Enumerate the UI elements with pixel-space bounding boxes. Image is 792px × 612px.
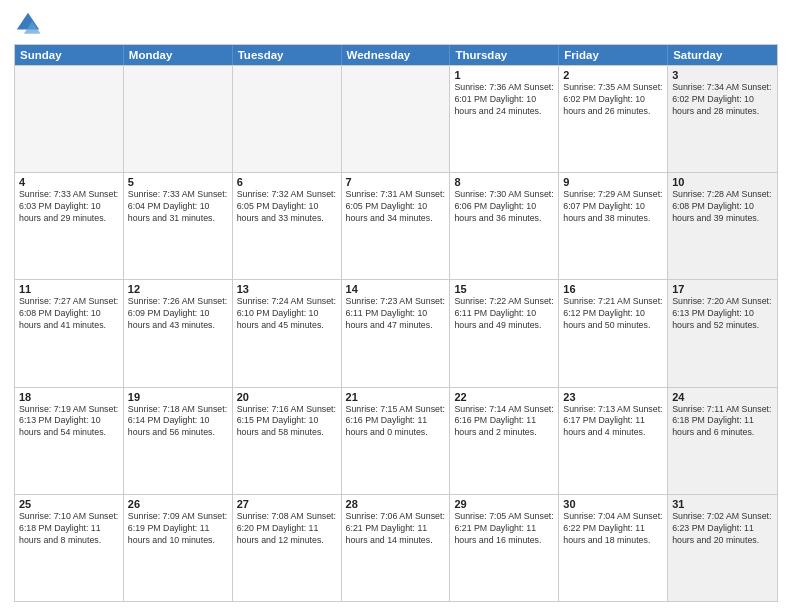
calendar: SundayMondayTuesdayWednesdayThursdayFrid… bbox=[14, 44, 778, 602]
col-header-friday: Friday bbox=[559, 45, 668, 65]
day-info: Sunrise: 7:08 AM Sunset: 6:20 PM Dayligh… bbox=[237, 511, 337, 547]
day-number: 3 bbox=[672, 69, 773, 81]
logo-icon bbox=[14, 10, 42, 38]
day-number: 21 bbox=[346, 391, 446, 403]
day-info: Sunrise: 7:22 AM Sunset: 6:11 PM Dayligh… bbox=[454, 296, 554, 332]
day-info: Sunrise: 7:24 AM Sunset: 6:10 PM Dayligh… bbox=[237, 296, 337, 332]
day-cell-31: 31Sunrise: 7:02 AM Sunset: 6:23 PM Dayli… bbox=[668, 495, 777, 601]
day-number: 2 bbox=[563, 69, 663, 81]
col-header-sunday: Sunday bbox=[15, 45, 124, 65]
day-number: 26 bbox=[128, 498, 228, 510]
day-info: Sunrise: 7:06 AM Sunset: 6:21 PM Dayligh… bbox=[346, 511, 446, 547]
col-header-tuesday: Tuesday bbox=[233, 45, 342, 65]
day-cell-20: 20Sunrise: 7:16 AM Sunset: 6:15 PM Dayli… bbox=[233, 388, 342, 494]
day-cell-13: 13Sunrise: 7:24 AM Sunset: 6:10 PM Dayli… bbox=[233, 280, 342, 386]
day-cell-21: 21Sunrise: 7:15 AM Sunset: 6:16 PM Dayli… bbox=[342, 388, 451, 494]
day-number: 31 bbox=[672, 498, 773, 510]
day-cell-27: 27Sunrise: 7:08 AM Sunset: 6:20 PM Dayli… bbox=[233, 495, 342, 601]
day-number: 5 bbox=[128, 176, 228, 188]
day-info: Sunrise: 7:36 AM Sunset: 6:01 PM Dayligh… bbox=[454, 82, 554, 118]
day-number: 4 bbox=[19, 176, 119, 188]
day-cell-6: 6Sunrise: 7:32 AM Sunset: 6:05 PM Daylig… bbox=[233, 173, 342, 279]
day-number: 11 bbox=[19, 283, 119, 295]
day-number: 18 bbox=[19, 391, 119, 403]
day-cell-14: 14Sunrise: 7:23 AM Sunset: 6:11 PM Dayli… bbox=[342, 280, 451, 386]
day-number: 29 bbox=[454, 498, 554, 510]
day-cell-12: 12Sunrise: 7:26 AM Sunset: 6:09 PM Dayli… bbox=[124, 280, 233, 386]
day-number: 15 bbox=[454, 283, 554, 295]
day-cell-24: 24Sunrise: 7:11 AM Sunset: 6:18 PM Dayli… bbox=[668, 388, 777, 494]
day-cell-8: 8Sunrise: 7:30 AM Sunset: 6:06 PM Daylig… bbox=[450, 173, 559, 279]
page: SundayMondayTuesdayWednesdayThursdayFrid… bbox=[0, 0, 792, 612]
day-number: 10 bbox=[672, 176, 773, 188]
day-info: Sunrise: 7:19 AM Sunset: 6:13 PM Dayligh… bbox=[19, 404, 119, 440]
day-info: Sunrise: 7:33 AM Sunset: 6:03 PM Dayligh… bbox=[19, 189, 119, 225]
empty-cell bbox=[15, 66, 124, 172]
day-cell-16: 16Sunrise: 7:21 AM Sunset: 6:12 PM Dayli… bbox=[559, 280, 668, 386]
day-cell-22: 22Sunrise: 7:14 AM Sunset: 6:16 PM Dayli… bbox=[450, 388, 559, 494]
day-info: Sunrise: 7:33 AM Sunset: 6:04 PM Dayligh… bbox=[128, 189, 228, 225]
day-number: 20 bbox=[237, 391, 337, 403]
day-info: Sunrise: 7:27 AM Sunset: 6:08 PM Dayligh… bbox=[19, 296, 119, 332]
col-header-thursday: Thursday bbox=[450, 45, 559, 65]
day-cell-9: 9Sunrise: 7:29 AM Sunset: 6:07 PM Daylig… bbox=[559, 173, 668, 279]
day-cell-19: 19Sunrise: 7:18 AM Sunset: 6:14 PM Dayli… bbox=[124, 388, 233, 494]
day-info: Sunrise: 7:29 AM Sunset: 6:07 PM Dayligh… bbox=[563, 189, 663, 225]
day-cell-11: 11Sunrise: 7:27 AM Sunset: 6:08 PM Dayli… bbox=[15, 280, 124, 386]
col-header-wednesday: Wednesday bbox=[342, 45, 451, 65]
calendar-header: SundayMondayTuesdayWednesdayThursdayFrid… bbox=[15, 45, 777, 65]
day-number: 25 bbox=[19, 498, 119, 510]
week-row-1: 1Sunrise: 7:36 AM Sunset: 6:01 PM Daylig… bbox=[15, 65, 777, 172]
day-cell-18: 18Sunrise: 7:19 AM Sunset: 6:13 PM Dayli… bbox=[15, 388, 124, 494]
logo bbox=[14, 10, 46, 38]
day-info: Sunrise: 7:15 AM Sunset: 6:16 PM Dayligh… bbox=[346, 404, 446, 440]
day-number: 9 bbox=[563, 176, 663, 188]
day-cell-17: 17Sunrise: 7:20 AM Sunset: 6:13 PM Dayli… bbox=[668, 280, 777, 386]
day-cell-25: 25Sunrise: 7:10 AM Sunset: 6:18 PM Dayli… bbox=[15, 495, 124, 601]
day-info: Sunrise: 7:26 AM Sunset: 6:09 PM Dayligh… bbox=[128, 296, 228, 332]
day-cell-2: 2Sunrise: 7:35 AM Sunset: 6:02 PM Daylig… bbox=[559, 66, 668, 172]
day-number: 19 bbox=[128, 391, 228, 403]
header bbox=[14, 10, 778, 38]
day-info: Sunrise: 7:13 AM Sunset: 6:17 PM Dayligh… bbox=[563, 404, 663, 440]
empty-cell bbox=[124, 66, 233, 172]
day-info: Sunrise: 7:34 AM Sunset: 6:02 PM Dayligh… bbox=[672, 82, 773, 118]
day-cell-4: 4Sunrise: 7:33 AM Sunset: 6:03 PM Daylig… bbox=[15, 173, 124, 279]
week-row-3: 11Sunrise: 7:27 AM Sunset: 6:08 PM Dayli… bbox=[15, 279, 777, 386]
day-info: Sunrise: 7:04 AM Sunset: 6:22 PM Dayligh… bbox=[563, 511, 663, 547]
day-number: 1 bbox=[454, 69, 554, 81]
day-number: 14 bbox=[346, 283, 446, 295]
day-cell-7: 7Sunrise: 7:31 AM Sunset: 6:05 PM Daylig… bbox=[342, 173, 451, 279]
day-info: Sunrise: 7:35 AM Sunset: 6:02 PM Dayligh… bbox=[563, 82, 663, 118]
day-cell-28: 28Sunrise: 7:06 AM Sunset: 6:21 PM Dayli… bbox=[342, 495, 451, 601]
day-info: Sunrise: 7:30 AM Sunset: 6:06 PM Dayligh… bbox=[454, 189, 554, 225]
day-number: 22 bbox=[454, 391, 554, 403]
day-cell-30: 30Sunrise: 7:04 AM Sunset: 6:22 PM Dayli… bbox=[559, 495, 668, 601]
day-number: 28 bbox=[346, 498, 446, 510]
day-info: Sunrise: 7:23 AM Sunset: 6:11 PM Dayligh… bbox=[346, 296, 446, 332]
day-cell-1: 1Sunrise: 7:36 AM Sunset: 6:01 PM Daylig… bbox=[450, 66, 559, 172]
day-info: Sunrise: 7:11 AM Sunset: 6:18 PM Dayligh… bbox=[672, 404, 773, 440]
day-info: Sunrise: 7:31 AM Sunset: 6:05 PM Dayligh… bbox=[346, 189, 446, 225]
day-cell-29: 29Sunrise: 7:05 AM Sunset: 6:21 PM Dayli… bbox=[450, 495, 559, 601]
empty-cell bbox=[233, 66, 342, 172]
day-info: Sunrise: 7:14 AM Sunset: 6:16 PM Dayligh… bbox=[454, 404, 554, 440]
day-info: Sunrise: 7:10 AM Sunset: 6:18 PM Dayligh… bbox=[19, 511, 119, 547]
day-cell-15: 15Sunrise: 7:22 AM Sunset: 6:11 PM Dayli… bbox=[450, 280, 559, 386]
day-number: 24 bbox=[672, 391, 773, 403]
week-row-5: 25Sunrise: 7:10 AM Sunset: 6:18 PM Dayli… bbox=[15, 494, 777, 601]
day-info: Sunrise: 7:09 AM Sunset: 6:19 PM Dayligh… bbox=[128, 511, 228, 547]
day-cell-10: 10Sunrise: 7:28 AM Sunset: 6:08 PM Dayli… bbox=[668, 173, 777, 279]
day-info: Sunrise: 7:18 AM Sunset: 6:14 PM Dayligh… bbox=[128, 404, 228, 440]
day-number: 27 bbox=[237, 498, 337, 510]
day-info: Sunrise: 7:16 AM Sunset: 6:15 PM Dayligh… bbox=[237, 404, 337, 440]
day-cell-5: 5Sunrise: 7:33 AM Sunset: 6:04 PM Daylig… bbox=[124, 173, 233, 279]
day-number: 23 bbox=[563, 391, 663, 403]
day-info: Sunrise: 7:02 AM Sunset: 6:23 PM Dayligh… bbox=[672, 511, 773, 547]
week-row-2: 4Sunrise: 7:33 AM Sunset: 6:03 PM Daylig… bbox=[15, 172, 777, 279]
day-number: 7 bbox=[346, 176, 446, 188]
week-row-4: 18Sunrise: 7:19 AM Sunset: 6:13 PM Dayli… bbox=[15, 387, 777, 494]
day-number: 13 bbox=[237, 283, 337, 295]
col-header-saturday: Saturday bbox=[668, 45, 777, 65]
day-cell-26: 26Sunrise: 7:09 AM Sunset: 6:19 PM Dayli… bbox=[124, 495, 233, 601]
